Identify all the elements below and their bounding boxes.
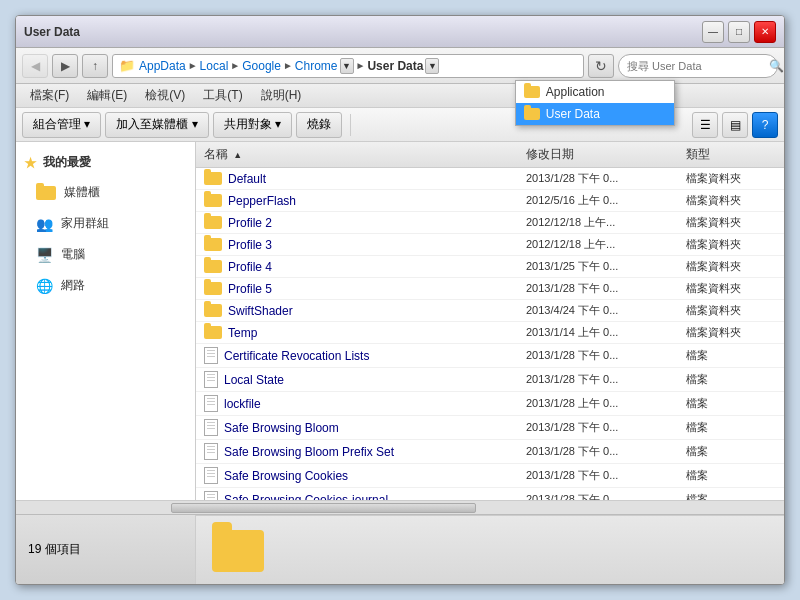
refresh-button[interactable]: ↻ [588,54,614,78]
organize-button[interactable]: 組合管理 ▾ [22,112,101,138]
col-header-name[interactable]: 名稱 ▲ [204,146,526,163]
menu-edit[interactable]: 編輯(E) [79,85,135,106]
file-type-cell: 檔案資料夾 [686,215,776,230]
table-row[interactable]: Profile 4 2013/1/25 下午 0... 檔案資料夾 [196,256,784,278]
file-type-cell: 檔案資料夾 [686,303,776,318]
table-row[interactable]: Local State 2013/1/28 下午 0... 檔案 [196,368,784,392]
sidebar-section-network: 🌐 網路 [16,272,195,299]
dropdown-item-userdata[interactable]: User Data [516,103,674,125]
preview-pane-button[interactable]: ▤ [722,112,748,138]
file-type-cell: 檔案 [686,444,776,459]
file-name-cell: Safe Browsing Cookies [204,467,526,484]
file-date-cell: 2013/1/28 下午 0... [526,281,686,296]
table-row[interactable]: Profile 3 2012/12/18 上午... 檔案資料夾 [196,234,784,256]
file-type-cell: 檔案資料夾 [686,281,776,296]
menu-file[interactable]: 檔案(F) [22,85,77,106]
forward-button[interactable]: ▶ [52,54,78,78]
folder-icon [204,282,222,295]
file-type-cell: 檔案資料夾 [686,325,776,340]
minimize-button[interactable]: — [702,21,724,43]
table-row[interactable]: Safe Browsing Cookies-journal 2013/1/28 … [196,488,784,500]
file-date-cell: 2013/4/24 下午 0... [526,303,686,318]
back-button[interactable]: ◀ [22,54,48,78]
file-list-header: 名稱 ▲ 修改日期 類型 [196,142,784,168]
file-name-cell: SwiftShader [204,304,526,318]
file-name-cell: Profile 2 [204,216,526,230]
table-row[interactable]: lockfile 2013/1/28 上午 0... 檔案 [196,392,784,416]
table-row[interactable]: Safe Browsing Bloom 2013/1/28 下午 0... 檔案 [196,416,784,440]
file-name-text: Profile 4 [228,260,272,274]
toolbar-right: ☰ ▤ ? [692,112,778,138]
menu-help[interactable]: 說明(H) [253,85,310,106]
breadcrumb-icon: 📁 [119,58,135,73]
breadcrumb-local[interactable]: Local [200,59,229,73]
file-name-cell: Certificate Revocation Lists [204,347,526,364]
share-button[interactable]: 共用對象 ▾ [213,112,292,138]
sidebar-item-homegroup[interactable]: 👥 家用群組 [16,210,195,237]
breadcrumb-appdata[interactable]: AppData [139,59,186,73]
menu-tools[interactable]: 工具(T) [195,85,250,106]
sidebar-item-network[interactable]: 🌐 網路 [16,272,195,299]
file-date-cell: 2013/1/28 下午 0... [526,348,686,363]
file-name-text: Safe Browsing Cookies-journal [224,493,388,501]
sidebar-section-computer: 🖥️ 電腦 [16,241,195,268]
file-name-cell: Profile 4 [204,260,526,274]
network-icon: 🌐 [36,278,53,294]
file-date-cell: 2013/1/28 下午 0... [526,444,686,459]
status-count: 19 個項目 [16,515,196,584]
file-name-text: Profile 3 [228,238,272,252]
file-name-text: lockfile [224,397,261,411]
menu-view[interactable]: 檢視(V) [137,85,193,106]
col-header-date[interactable]: 修改日期 [526,146,686,163]
search-input[interactable] [627,60,765,72]
file-name-text: Certificate Revocation Lists [224,349,369,363]
file-type-cell: 檔案 [686,468,776,483]
sidebar-item-computer[interactable]: 🖥️ 電腦 [16,241,195,268]
table-row[interactable]: Profile 5 2013/1/28 下午 0... 檔案資料夾 [196,278,784,300]
chrome-dropdown-btn[interactable]: ▼ [340,58,354,74]
sidebar-item-library[interactable]: 媒體櫃 [16,179,195,206]
folder-icon [36,186,56,200]
file-date-cell: 2013/1/14 上午 0... [526,325,686,340]
computer-icon: 🖥️ [36,247,53,263]
table-row[interactable]: Default 2013/1/28 下午 0... 檔案資料夾 [196,168,784,190]
file-name-text: Safe Browsing Bloom Prefix Set [224,445,394,459]
close-button[interactable]: ✕ [754,21,776,43]
table-row[interactable]: Temp 2013/1/14 上午 0... 檔案資料夾 [196,322,784,344]
window-title: User Data [24,25,80,39]
star-icon: ★ [24,155,37,171]
main-content: ★ 我的最愛 媒體櫃 👥 家用群組 🖥️ 電腦 [16,142,784,500]
table-row[interactable]: Profile 2 2012/12/18 上午... 檔案資料夾 [196,212,784,234]
scrollbar-thumb[interactable] [171,503,477,513]
add-to-library-button[interactable]: 加入至媒體櫃 ▾ [105,112,208,138]
burn-button[interactable]: 燒錄 [296,112,342,138]
table-row[interactable]: SwiftShader 2013/4/24 下午 0... 檔案資料夾 [196,300,784,322]
file-name-text: Temp [228,326,257,340]
breadcrumb-google[interactable]: Google [242,59,281,73]
breadcrumb-bar: 📁 AppData ► Local ► Google ► Chrome ▼ [112,54,584,78]
breadcrumb-userdata[interactable]: User Data ▼ [367,58,439,74]
file-name-cell: Profile 3 [204,238,526,252]
maximize-button[interactable]: □ [728,21,750,43]
table-row[interactable]: PepperFlash 2012/5/16 上午 0... 檔案資料夾 [196,190,784,212]
document-icon [204,371,218,388]
table-row[interactable]: Safe Browsing Cookies 2013/1/28 下午 0... … [196,464,784,488]
file-name-text: Profile 5 [228,282,272,296]
col-header-type[interactable]: 類型 [686,146,776,163]
dropdown-item-application[interactable]: Application [516,81,674,103]
table-row[interactable]: Safe Browsing Bloom Prefix Set 2013/1/28… [196,440,784,464]
horizontal-scrollbar[interactable] [16,500,784,514]
change-view-button[interactable]: ☰ [692,112,718,138]
table-row[interactable]: Certificate Revocation Lists 2013/1/28 下… [196,344,784,368]
breadcrumb-chrome[interactable]: Chrome ▼ Application User Data [295,58,354,74]
document-icon [204,395,218,412]
document-icon [204,467,218,484]
file-name-cell: Local State [204,371,526,388]
file-type-cell: 檔案 [686,492,776,500]
address-bar: ◀ ▶ ↑ 📁 AppData ► Local ► Google ► Chrom… [16,48,784,84]
document-icon [204,491,218,500]
userdata-dropdown-btn[interactable]: ▼ [425,58,439,74]
file-name-cell: Profile 5 [204,282,526,296]
help-button[interactable]: ? [752,112,778,138]
up-button[interactable]: ↑ [82,54,108,78]
